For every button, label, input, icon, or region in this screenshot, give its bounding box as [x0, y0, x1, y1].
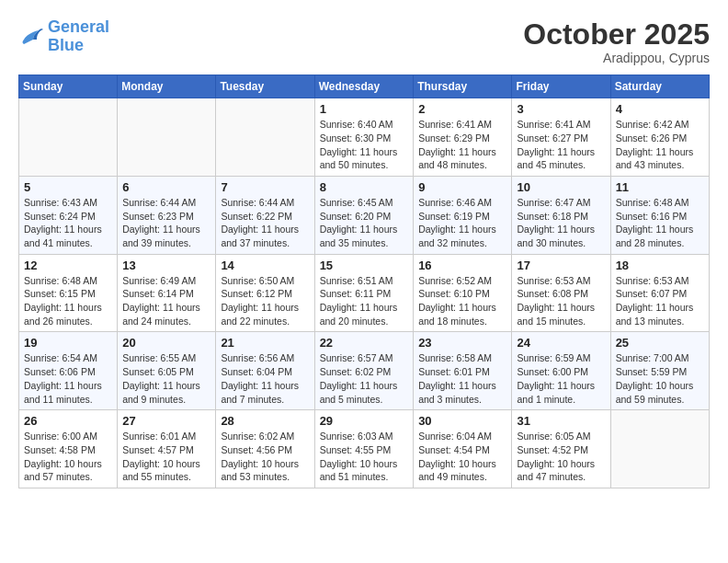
- calendar: SundayMondayTuesdayWednesdayThursdayFrid…: [18, 75, 710, 488]
- calendar-cell: 17Sunrise: 6:53 AMSunset: 6:08 PMDayligh…: [512, 254, 610, 332]
- week-row-1: 1Sunrise: 6:40 AMSunset: 6:30 PMDaylight…: [19, 98, 710, 177]
- day-info: Sunrise: 6:00 AMSunset: 4:58 PMDaylight:…: [24, 430, 112, 484]
- calendar-cell: 2Sunrise: 6:41 AMSunset: 6:29 PMDaylight…: [414, 98, 512, 177]
- calendar-cell: 4Sunrise: 6:42 AMSunset: 6:26 PMDaylight…: [610, 98, 709, 177]
- day-number: 29: [320, 414, 409, 428]
- calendar-cell: 25Sunrise: 7:00 AMSunset: 5:59 PMDayligh…: [610, 332, 709, 410]
- calendar-cell: 19Sunrise: 6:54 AMSunset: 6:06 PMDayligh…: [19, 332, 118, 410]
- calendar-cell: [19, 98, 118, 177]
- day-number: 17: [517, 259, 605, 272]
- day-info: Sunrise: 6:53 AMSunset: 6:08 PMDaylight:…: [517, 274, 605, 328]
- week-row-3: 12Sunrise: 6:48 AMSunset: 6:15 PMDayligh…: [19, 254, 710, 332]
- day-info: Sunrise: 6:56 AMSunset: 6:04 PMDaylight:…: [221, 351, 309, 406]
- week-row-5: 26Sunrise: 6:00 AMSunset: 4:58 PMDayligh…: [19, 410, 710, 488]
- day-number: 26: [24, 414, 112, 428]
- weekday-header-row: SundayMondayTuesdayWednesdayThursdayFrid…: [19, 75, 710, 98]
- calendar-cell: 16Sunrise: 6:52 AMSunset: 6:10 PMDayligh…: [414, 254, 512, 332]
- day-number: 3: [517, 102, 605, 116]
- day-info: Sunrise: 6:42 AMSunset: 6:26 PMDaylight:…: [616, 118, 704, 172]
- page: General Blue October 2025 Aradippou, Cyp…: [0, 0, 728, 498]
- day-info: Sunrise: 6:01 AMSunset: 4:57 PMDaylight:…: [122, 430, 210, 484]
- title-block: October 2025 Aradippou, Cyprus: [523, 18, 710, 65]
- day-info: Sunrise: 6:41 AMSunset: 6:27 PMDaylight:…: [517, 118, 605, 172]
- weekday-header-wednesday: Wednesday: [314, 75, 414, 98]
- day-info: Sunrise: 6:47 AMSunset: 6:18 PMDaylight:…: [517, 196, 605, 250]
- month-title: October 2025: [523, 18, 710, 51]
- calendar-cell: 20Sunrise: 6:55 AMSunset: 6:05 PMDayligh…: [118, 332, 216, 410]
- day-number: 25: [616, 336, 704, 350]
- day-number: 28: [221, 414, 309, 428]
- day-number: 8: [320, 180, 409, 194]
- calendar-cell: 29Sunrise: 6:03 AMSunset: 4:55 PMDayligh…: [314, 410, 414, 488]
- logo-name: General: [48, 18, 109, 37]
- day-number: 6: [122, 180, 210, 194]
- calendar-cell: 10Sunrise: 6:47 AMSunset: 6:18 PMDayligh…: [512, 176, 610, 254]
- day-info: Sunrise: 6:57 AMSunset: 6:02 PMDaylight:…: [320, 351, 409, 406]
- calendar-cell: [118, 98, 216, 177]
- day-number: 10: [517, 180, 605, 194]
- calendar-cell: 9Sunrise: 6:46 AMSunset: 6:19 PMDaylight…: [414, 176, 512, 254]
- day-number: 19: [24, 336, 112, 350]
- week-row-2: 5Sunrise: 6:43 AMSunset: 6:24 PMDaylight…: [19, 176, 710, 254]
- calendar-cell: 8Sunrise: 6:45 AMSunset: 6:20 PMDaylight…: [314, 176, 414, 254]
- calendar-cell: 18Sunrise: 6:53 AMSunset: 6:07 PMDayligh…: [610, 254, 709, 332]
- day-info: Sunrise: 6:54 AMSunset: 6:06 PMDaylight:…: [24, 351, 112, 406]
- day-info: Sunrise: 6:50 AMSunset: 6:12 PMDaylight:…: [221, 274, 309, 328]
- calendar-cell: 6Sunrise: 6:44 AMSunset: 6:23 PMDaylight…: [118, 176, 216, 254]
- calendar-cell: 26Sunrise: 6:00 AMSunset: 4:58 PMDayligh…: [19, 410, 118, 488]
- day-number: 4: [616, 102, 704, 116]
- day-info: Sunrise: 6:48 AMSunset: 6:15 PMDaylight:…: [24, 274, 112, 328]
- calendar-cell: 5Sunrise: 6:43 AMSunset: 6:24 PMDaylight…: [19, 176, 118, 254]
- day-number: 2: [418, 102, 506, 116]
- day-number: 18: [616, 259, 704, 272]
- day-info: Sunrise: 6:02 AMSunset: 4:56 PMDaylight:…: [221, 430, 309, 484]
- day-info: Sunrise: 6:40 AMSunset: 6:30 PMDaylight:…: [320, 118, 409, 172]
- logo: General Blue: [18, 18, 109, 55]
- day-info: Sunrise: 6:46 AMSunset: 6:19 PMDaylight:…: [418, 196, 506, 250]
- location: Aradippou, Cyprus: [523, 51, 710, 65]
- day-info: Sunrise: 6:51 AMSunset: 6:11 PMDaylight:…: [320, 274, 409, 328]
- day-info: Sunrise: 6:48 AMSunset: 6:16 PMDaylight:…: [616, 196, 704, 250]
- day-number: 22: [320, 336, 409, 350]
- calendar-cell: 15Sunrise: 6:51 AMSunset: 6:11 PMDayligh…: [314, 254, 414, 332]
- calendar-cell: 22Sunrise: 6:57 AMSunset: 6:02 PMDayligh…: [314, 332, 414, 410]
- day-info: Sunrise: 6:52 AMSunset: 6:10 PMDaylight:…: [418, 274, 506, 328]
- calendar-cell: 14Sunrise: 6:50 AMSunset: 6:12 PMDayligh…: [216, 254, 314, 332]
- calendar-cell: 28Sunrise: 6:02 AMSunset: 4:56 PMDayligh…: [216, 410, 314, 488]
- day-info: Sunrise: 6:43 AMSunset: 6:24 PMDaylight:…: [24, 196, 112, 250]
- day-number: 21: [221, 336, 309, 350]
- day-number: 31: [517, 414, 605, 428]
- day-number: 7: [221, 180, 309, 194]
- calendar-cell: [610, 410, 709, 488]
- weekday-header-saturday: Saturday: [610, 75, 709, 98]
- weekday-header-friday: Friday: [512, 75, 610, 98]
- day-number: 9: [418, 180, 506, 194]
- week-row-4: 19Sunrise: 6:54 AMSunset: 6:06 PMDayligh…: [19, 332, 710, 410]
- day-number: 5: [24, 180, 112, 194]
- day-info: Sunrise: 6:44 AMSunset: 6:23 PMDaylight:…: [122, 196, 210, 250]
- calendar-cell: 11Sunrise: 6:48 AMSunset: 6:16 PMDayligh…: [610, 176, 709, 254]
- day-info: Sunrise: 6:58 AMSunset: 6:01 PMDaylight:…: [418, 351, 506, 406]
- day-info: Sunrise: 6:05 AMSunset: 4:52 PMDaylight:…: [517, 430, 605, 484]
- day-number: 27: [122, 414, 210, 428]
- day-info: Sunrise: 6:04 AMSunset: 4:54 PMDaylight:…: [418, 430, 506, 484]
- calendar-cell: 13Sunrise: 6:49 AMSunset: 6:14 PMDayligh…: [118, 254, 216, 332]
- calendar-cell: 27Sunrise: 6:01 AMSunset: 4:57 PMDayligh…: [118, 410, 216, 488]
- day-number: 1: [320, 102, 409, 116]
- calendar-cell: [216, 98, 314, 177]
- day-number: 20: [122, 336, 210, 350]
- header: General Blue October 2025 Aradippou, Cyp…: [18, 18, 710, 65]
- day-info: Sunrise: 6:59 AMSunset: 6:00 PMDaylight:…: [517, 351, 605, 406]
- day-number: 16: [418, 259, 506, 272]
- day-info: Sunrise: 6:03 AMSunset: 4:55 PMDaylight:…: [320, 430, 409, 484]
- day-info: Sunrise: 7:00 AMSunset: 5:59 PMDaylight:…: [616, 351, 704, 406]
- calendar-cell: 21Sunrise: 6:56 AMSunset: 6:04 PMDayligh…: [216, 332, 314, 410]
- calendar-cell: 12Sunrise: 6:48 AMSunset: 6:15 PMDayligh…: [19, 254, 118, 332]
- day-number: 14: [221, 259, 309, 272]
- calendar-cell: 7Sunrise: 6:44 AMSunset: 6:22 PMDaylight…: [216, 176, 314, 254]
- weekday-header-thursday: Thursday: [414, 75, 512, 98]
- logo-text: General Blue: [48, 18, 109, 55]
- weekday-header-sunday: Sunday: [19, 75, 118, 98]
- day-info: Sunrise: 6:53 AMSunset: 6:07 PMDaylight:…: [616, 274, 704, 328]
- day-info: Sunrise: 6:44 AMSunset: 6:22 PMDaylight:…: [221, 196, 309, 250]
